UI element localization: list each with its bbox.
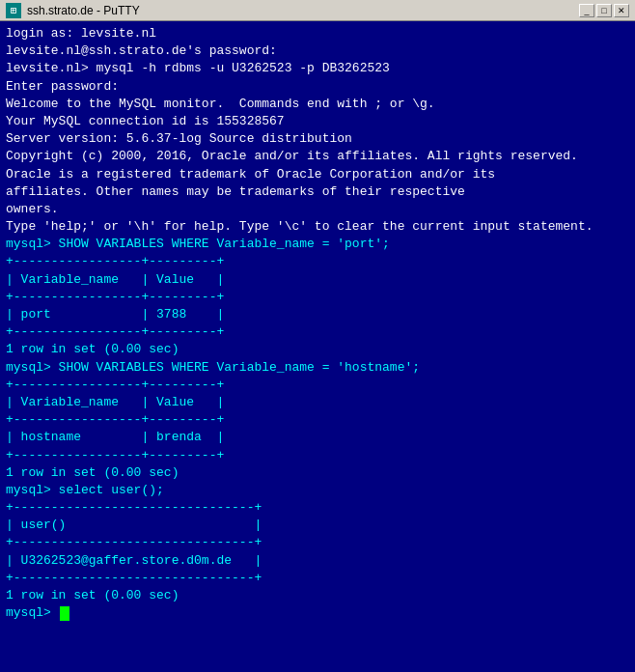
terminal[interactable]: login as: levsite.nllevsite.nl@ssh.strat… — [0, 21, 635, 672]
terminal-line: Server version: 5.6.37-log Source distri… — [6, 130, 629, 148]
terminal-line: | Variable_name | Value | — [6, 394, 629, 411]
terminal-line: | U3262523@gaffer.store.d0m.de | — [6, 552, 629, 570]
terminal-line: 1 row in set (0.00 sec) — [6, 587, 629, 604]
cursor — [60, 606, 69, 621]
terminal-line: 1 row in set (0.00 sec) — [6, 464, 629, 482]
terminal-line: +-----------------+---------+ — [6, 253, 629, 270]
terminal-line: +-----------------+---------+ — [6, 411, 629, 429]
title-bar-icon: ⊞ — [6, 3, 21, 18]
terminal-line: levsite.nl> mysql -h rdbms -u U3262523 -… — [6, 60, 629, 77]
terminal-line: Welcome to the MySQL monitor. Commands e… — [6, 96, 629, 113]
terminal-line: | port | 3788 | — [6, 306, 629, 323]
terminal-line: | Variable_name | Value | — [6, 271, 629, 289]
terminal-line: | hostname | brenda | — [6, 429, 629, 446]
terminal-line: Enter password: — [6, 78, 629, 96]
terminal-line: +--------------------------------+ — [6, 534, 629, 551]
terminal-line: login as: levsite.nl — [6, 25, 629, 42]
terminal-line: affiliates. Other names may be trademark… — [6, 183, 629, 201]
title-bar: ⊞ ssh.strato.de - PuTTY _ □ ✕ — [0, 0, 635, 21]
terminal-line: +-----------------+---------+ — [6, 289, 629, 306]
terminal-line: Type 'help;' or '\h' for help. Type '\c'… — [6, 218, 629, 236]
terminal-line: +-----------------+---------+ — [6, 447, 629, 464]
maximize-button[interactable]: □ — [596, 4, 612, 17]
terminal-line: mysql> select user(); — [6, 482, 629, 499]
terminal-line: +-----------------+---------+ — [6, 377, 629, 394]
terminal-line: 1 row in set (0.00 sec) — [6, 341, 629, 358]
terminal-line: +--------------------------------+ — [6, 570, 629, 587]
terminal-line: +--------------------------------+ — [6, 499, 629, 517]
terminal-line: mysql> SHOW VARIABLES WHERE Variable_nam… — [6, 236, 629, 253]
terminal-line: | user() | — [6, 517, 629, 534]
terminal-prompt-line: mysql> — [6, 604, 629, 622]
close-button[interactable]: ✕ — [614, 4, 629, 17]
terminal-line: mysql> SHOW VARIABLES WHERE Variable_nam… — [6, 359, 629, 377]
title-bar-text: ssh.strato.de - PuTTY — [27, 4, 573, 17]
terminal-line: owners. — [6, 201, 629, 218]
title-bar-buttons: _ □ ✕ — [579, 4, 629, 17]
minimize-button[interactable]: _ — [579, 4, 594, 17]
terminal-line: Your MySQL connection id is 155328567 — [6, 113, 629, 130]
terminal-line: +-----------------+---------+ — [6, 323, 629, 341]
terminal-line: Oracle is a registered trademark of Orac… — [6, 166, 629, 183]
terminal-line: Copyright (c) 2000, 2016, Oracle and/or … — [6, 148, 629, 165]
terminal-line: levsite.nl@ssh.strato.de's password: — [6, 42, 629, 60]
